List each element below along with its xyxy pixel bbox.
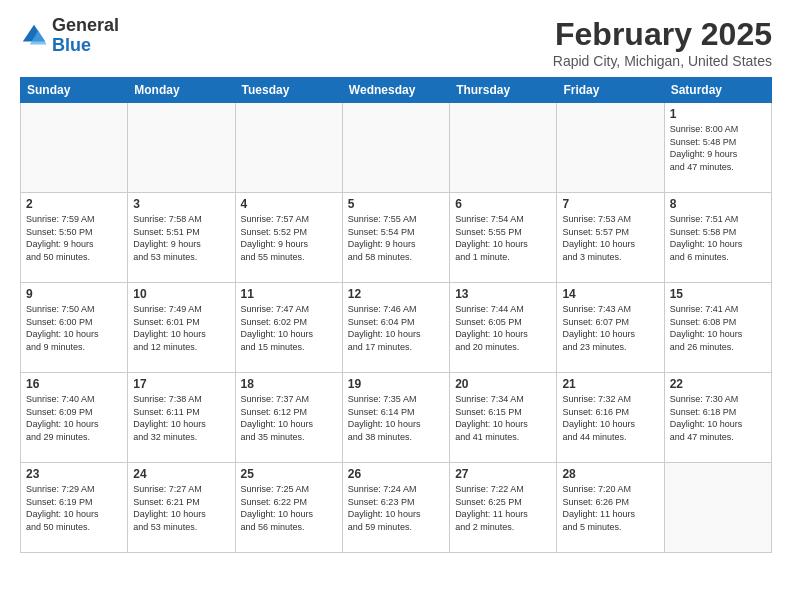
day-number: 18 bbox=[241, 377, 337, 391]
calendar-cell: 24Sunrise: 7:27 AM Sunset: 6:21 PM Dayli… bbox=[128, 463, 235, 553]
calendar-cell: 3Sunrise: 7:58 AM Sunset: 5:51 PM Daylig… bbox=[128, 193, 235, 283]
page: General Blue February 2025 Rapid City, M… bbox=[0, 0, 792, 569]
calendar-cell: 22Sunrise: 7:30 AM Sunset: 6:18 PM Dayli… bbox=[664, 373, 771, 463]
month-year: February 2025 bbox=[553, 16, 772, 53]
calendar-cell: 10Sunrise: 7:49 AM Sunset: 6:01 PM Dayli… bbox=[128, 283, 235, 373]
day-number: 4 bbox=[241, 197, 337, 211]
day-info: Sunrise: 7:53 AM Sunset: 5:57 PM Dayligh… bbox=[562, 213, 658, 263]
calendar-cell: 4Sunrise: 7:57 AM Sunset: 5:52 PM Daylig… bbox=[235, 193, 342, 283]
calendar-week-0: 1Sunrise: 8:00 AM Sunset: 5:48 PM Daylig… bbox=[21, 103, 772, 193]
location: Rapid City, Michigan, United States bbox=[553, 53, 772, 69]
logo-text: General Blue bbox=[52, 16, 119, 56]
calendar-week-1: 2Sunrise: 7:59 AM Sunset: 5:50 PM Daylig… bbox=[21, 193, 772, 283]
calendar-cell: 17Sunrise: 7:38 AM Sunset: 6:11 PM Dayli… bbox=[128, 373, 235, 463]
weekday-header-sunday: Sunday bbox=[21, 78, 128, 103]
day-info: Sunrise: 7:46 AM Sunset: 6:04 PM Dayligh… bbox=[348, 303, 444, 353]
calendar-cell: 8Sunrise: 7:51 AM Sunset: 5:58 PM Daylig… bbox=[664, 193, 771, 283]
day-info: Sunrise: 7:22 AM Sunset: 6:25 PM Dayligh… bbox=[455, 483, 551, 533]
day-info: Sunrise: 7:44 AM Sunset: 6:05 PM Dayligh… bbox=[455, 303, 551, 353]
calendar-cell: 2Sunrise: 7:59 AM Sunset: 5:50 PM Daylig… bbox=[21, 193, 128, 283]
calendar-cell bbox=[664, 463, 771, 553]
calendar-cell: 6Sunrise: 7:54 AM Sunset: 5:55 PM Daylig… bbox=[450, 193, 557, 283]
day-number: 11 bbox=[241, 287, 337, 301]
calendar-cell: 9Sunrise: 7:50 AM Sunset: 6:00 PM Daylig… bbox=[21, 283, 128, 373]
day-info: Sunrise: 7:29 AM Sunset: 6:19 PM Dayligh… bbox=[26, 483, 122, 533]
calendar-cell: 27Sunrise: 7:22 AM Sunset: 6:25 PM Dayli… bbox=[450, 463, 557, 553]
day-info: Sunrise: 7:35 AM Sunset: 6:14 PM Dayligh… bbox=[348, 393, 444, 443]
weekday-header-saturday: Saturday bbox=[664, 78, 771, 103]
day-number: 23 bbox=[26, 467, 122, 481]
calendar-week-2: 9Sunrise: 7:50 AM Sunset: 6:00 PM Daylig… bbox=[21, 283, 772, 373]
day-number: 28 bbox=[562, 467, 658, 481]
calendar-cell bbox=[342, 103, 449, 193]
calendar-cell bbox=[450, 103, 557, 193]
day-number: 7 bbox=[562, 197, 658, 211]
day-number: 27 bbox=[455, 467, 551, 481]
day-number: 3 bbox=[133, 197, 229, 211]
weekday-row: SundayMondayTuesdayWednesdayThursdayFrid… bbox=[21, 78, 772, 103]
calendar-cell: 16Sunrise: 7:40 AM Sunset: 6:09 PM Dayli… bbox=[21, 373, 128, 463]
day-info: Sunrise: 7:37 AM Sunset: 6:12 PM Dayligh… bbox=[241, 393, 337, 443]
day-info: Sunrise: 7:25 AM Sunset: 6:22 PM Dayligh… bbox=[241, 483, 337, 533]
weekday-header-monday: Monday bbox=[128, 78, 235, 103]
day-info: Sunrise: 7:30 AM Sunset: 6:18 PM Dayligh… bbox=[670, 393, 766, 443]
calendar-cell: 5Sunrise: 7:55 AM Sunset: 5:54 PM Daylig… bbox=[342, 193, 449, 283]
calendar-cell: 15Sunrise: 7:41 AM Sunset: 6:08 PM Dayli… bbox=[664, 283, 771, 373]
calendar-week-3: 16Sunrise: 7:40 AM Sunset: 6:09 PM Dayli… bbox=[21, 373, 772, 463]
day-number: 21 bbox=[562, 377, 658, 391]
day-number: 24 bbox=[133, 467, 229, 481]
day-info: Sunrise: 7:50 AM Sunset: 6:00 PM Dayligh… bbox=[26, 303, 122, 353]
day-info: Sunrise: 7:34 AM Sunset: 6:15 PM Dayligh… bbox=[455, 393, 551, 443]
calendar-cell bbox=[128, 103, 235, 193]
calendar-cell bbox=[557, 103, 664, 193]
day-info: Sunrise: 8:00 AM Sunset: 5:48 PM Dayligh… bbox=[670, 123, 766, 173]
calendar-cell: 20Sunrise: 7:34 AM Sunset: 6:15 PM Dayli… bbox=[450, 373, 557, 463]
day-number: 10 bbox=[133, 287, 229, 301]
day-info: Sunrise: 7:49 AM Sunset: 6:01 PM Dayligh… bbox=[133, 303, 229, 353]
calendar-cell: 21Sunrise: 7:32 AM Sunset: 6:16 PM Dayli… bbox=[557, 373, 664, 463]
day-number: 6 bbox=[455, 197, 551, 211]
day-info: Sunrise: 7:41 AM Sunset: 6:08 PM Dayligh… bbox=[670, 303, 766, 353]
calendar-cell: 11Sunrise: 7:47 AM Sunset: 6:02 PM Dayli… bbox=[235, 283, 342, 373]
day-info: Sunrise: 7:55 AM Sunset: 5:54 PM Dayligh… bbox=[348, 213, 444, 263]
day-number: 15 bbox=[670, 287, 766, 301]
title-block: February 2025 Rapid City, Michigan, Unit… bbox=[553, 16, 772, 69]
day-number: 16 bbox=[26, 377, 122, 391]
day-number: 17 bbox=[133, 377, 229, 391]
day-number: 8 bbox=[670, 197, 766, 211]
weekday-header-friday: Friday bbox=[557, 78, 664, 103]
calendar-cell: 25Sunrise: 7:25 AM Sunset: 6:22 PM Dayli… bbox=[235, 463, 342, 553]
calendar-cell: 23Sunrise: 7:29 AM Sunset: 6:19 PM Dayli… bbox=[21, 463, 128, 553]
calendar-week-4: 23Sunrise: 7:29 AM Sunset: 6:19 PM Dayli… bbox=[21, 463, 772, 553]
day-info: Sunrise: 7:58 AM Sunset: 5:51 PM Dayligh… bbox=[133, 213, 229, 263]
day-number: 9 bbox=[26, 287, 122, 301]
day-info: Sunrise: 7:20 AM Sunset: 6:26 PM Dayligh… bbox=[562, 483, 658, 533]
day-info: Sunrise: 7:43 AM Sunset: 6:07 PM Dayligh… bbox=[562, 303, 658, 353]
day-number: 5 bbox=[348, 197, 444, 211]
weekday-header-tuesday: Tuesday bbox=[235, 78, 342, 103]
logo-icon bbox=[20, 22, 48, 50]
calendar-table: SundayMondayTuesdayWednesdayThursdayFrid… bbox=[20, 77, 772, 553]
calendar-cell: 28Sunrise: 7:20 AM Sunset: 6:26 PM Dayli… bbox=[557, 463, 664, 553]
logo-blue-text: Blue bbox=[52, 36, 119, 56]
day-number: 13 bbox=[455, 287, 551, 301]
calendar-cell bbox=[235, 103, 342, 193]
calendar-cell: 12Sunrise: 7:46 AM Sunset: 6:04 PM Dayli… bbox=[342, 283, 449, 373]
calendar-cell: 18Sunrise: 7:37 AM Sunset: 6:12 PM Dayli… bbox=[235, 373, 342, 463]
calendar-cell: 26Sunrise: 7:24 AM Sunset: 6:23 PM Dayli… bbox=[342, 463, 449, 553]
calendar-cell: 14Sunrise: 7:43 AM Sunset: 6:07 PM Dayli… bbox=[557, 283, 664, 373]
day-info: Sunrise: 7:51 AM Sunset: 5:58 PM Dayligh… bbox=[670, 213, 766, 263]
day-info: Sunrise: 7:57 AM Sunset: 5:52 PM Dayligh… bbox=[241, 213, 337, 263]
day-number: 1 bbox=[670, 107, 766, 121]
day-info: Sunrise: 7:27 AM Sunset: 6:21 PM Dayligh… bbox=[133, 483, 229, 533]
calendar-header: SundayMondayTuesdayWednesdayThursdayFrid… bbox=[21, 78, 772, 103]
logo-general-text: General bbox=[52, 16, 119, 36]
calendar-cell: 13Sunrise: 7:44 AM Sunset: 6:05 PM Dayli… bbox=[450, 283, 557, 373]
day-number: 20 bbox=[455, 377, 551, 391]
day-number: 19 bbox=[348, 377, 444, 391]
day-number: 2 bbox=[26, 197, 122, 211]
weekday-header-wednesday: Wednesday bbox=[342, 78, 449, 103]
day-info: Sunrise: 7:47 AM Sunset: 6:02 PM Dayligh… bbox=[241, 303, 337, 353]
calendar-cell: 19Sunrise: 7:35 AM Sunset: 6:14 PM Dayli… bbox=[342, 373, 449, 463]
day-number: 26 bbox=[348, 467, 444, 481]
